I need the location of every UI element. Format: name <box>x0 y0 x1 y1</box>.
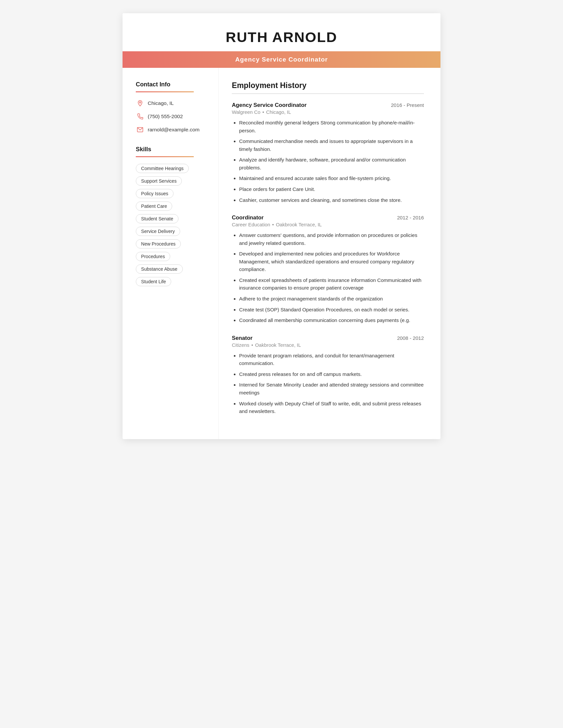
resume-wrapper: RUTH ARNOLD Agency Service Coordinator C… <box>122 13 441 439</box>
svg-point-0 <box>139 102 141 103</box>
company-location: Oakbrook Terrace, IL <box>276 222 322 227</box>
jobs-list: Agency Service Coordinator2016 - Present… <box>232 102 424 415</box>
title-banner: Agency Service Coordinator <box>122 51 441 68</box>
employment-divider <box>232 93 424 94</box>
job-bullet-item: Analyze and identify hardware, software,… <box>239 156 424 171</box>
job-bullets: Reconciled monthly general ledgers Stron… <box>232 119 424 204</box>
skill-tag: Service Delivery <box>136 227 180 236</box>
dot-separator: • <box>272 222 274 227</box>
skill-tag: Procedures <box>136 252 170 261</box>
resume-header: RUTH ARNOLD <box>122 13 441 45</box>
job-bullet-item: Developed and implemented new policies a… <box>239 250 424 273</box>
location-icon <box>136 99 144 108</box>
job-company: Career Education•Oakbrook Terrace, IL <box>232 222 424 227</box>
job-bullet-item: Worked closely with Deputy Chief of Staf… <box>239 400 424 415</box>
skill-tag: Student Senate <box>136 214 178 223</box>
job-bullet-item: Reconciled monthly general ledgers Stron… <box>239 119 424 134</box>
job-bullet-item: Interned for Senate Minority Leader and … <box>239 381 424 396</box>
skill-tag: Support Services <box>136 176 182 186</box>
contact-location: Chicago, IL <box>136 99 208 108</box>
contact-phone: (750) 555-2002 <box>136 112 208 121</box>
job-bullet-item: Communicated merchandise needs and issue… <box>239 137 424 153</box>
job-bullet-item: Coordinated all membership communication… <box>239 316 424 324</box>
job-header: Senator2008 - 2012 <box>232 335 424 341</box>
job-bullet-item: Created press releases for on and off ca… <box>239 370 424 378</box>
job-bullet-item: Answer customers' questions, and provide… <box>239 231 424 247</box>
job-title-banner: Agency Service Coordinator <box>235 56 328 63</box>
job-dates: 2008 - 2012 <box>397 335 424 341</box>
company-name: Walgreen Co <box>232 110 260 115</box>
main-content: Employment History Agency Service Coordi… <box>218 68 441 439</box>
contact-email-value: rarnold@example.com <box>148 127 199 133</box>
skills-list: Committee HearingsSupport ServicesPolicy… <box>136 164 208 290</box>
sidebar: Contact Info Chicago, IL <box>122 68 218 439</box>
dot-separator: • <box>262 110 264 115</box>
contact-email: rarnold@example.com <box>136 125 208 134</box>
skills-section-title: Skills <box>136 146 208 153</box>
job-bullet-item: Created excel spreadsheets of patients i… <box>239 276 424 292</box>
skill-tag: Substance Abuse <box>136 264 183 274</box>
contact-section: Contact Info Chicago, IL <box>136 81 208 134</box>
job-dates: 2012 - 2016 <box>397 215 424 220</box>
skills-divider <box>136 156 194 157</box>
job-bullets: Answer customers' questions, and provide… <box>232 231 424 324</box>
skills-section: Skills Committee HearingsSupport Service… <box>136 146 208 290</box>
dot-separator: • <box>251 342 253 348</box>
job-bullet-item: Cashier, customer services and cleaning,… <box>239 196 424 204</box>
job-bullet-item: Maintained and ensured accurate sales fl… <box>239 174 424 182</box>
job-block: Coordinator2012 - 2016Career Education•O… <box>232 214 424 324</box>
job-bullet-item: Place orders for patient Care Unit. <box>239 185 424 193</box>
job-title-text: Coordinator <box>232 214 263 221</box>
job-header: Agency Service Coordinator2016 - Present <box>232 102 424 109</box>
skill-tag: Policy Issues <box>136 189 173 198</box>
job-bullet-item: Create test (SOP) Standard Operation Pro… <box>239 306 424 314</box>
contact-phone-value: (750) 555-2002 <box>148 114 183 119</box>
job-block: Senator2008 - 2012Citizens•Oakbrook Terr… <box>232 335 424 415</box>
company-name: Citizens <box>232 342 249 348</box>
job-dates: 2016 - Present <box>391 102 424 108</box>
resume-name: RUTH ARNOLD <box>142 29 421 45</box>
contact-divider <box>136 91 194 92</box>
phone-icon <box>136 112 144 121</box>
job-company: Walgreen Co•Chicago, IL <box>232 110 424 115</box>
company-name: Career Education <box>232 222 270 227</box>
job-title-text: Senator <box>232 335 252 341</box>
company-location: Oakbrook Terrace, IL <box>255 342 301 348</box>
resume-body: Contact Info Chicago, IL <box>122 68 441 439</box>
job-bullet-item: Adhere to the project management standar… <box>239 295 424 303</box>
skill-tag: New Procedures <box>136 239 181 249</box>
job-title-text: Agency Service Coordinator <box>232 102 307 109</box>
job-bullets: Provide tenant program relations, and co… <box>232 352 424 415</box>
email-icon <box>136 125 144 134</box>
contact-location-value: Chicago, IL <box>148 100 174 106</box>
job-header: Coordinator2012 - 2016 <box>232 214 424 221</box>
contact-section-title: Contact Info <box>136 81 208 88</box>
company-location: Chicago, IL <box>266 110 291 115</box>
skill-tag: Student Life <box>136 277 171 286</box>
job-bullet-item: Provide tenant program relations, and co… <box>239 352 424 367</box>
skill-tag: Patient Care <box>136 202 172 211</box>
skill-tag: Committee Hearings <box>136 164 189 173</box>
job-block: Agency Service Coordinator2016 - Present… <box>232 102 424 204</box>
job-company: Citizens•Oakbrook Terrace, IL <box>232 342 424 348</box>
employment-section-title: Employment History <box>232 81 424 90</box>
